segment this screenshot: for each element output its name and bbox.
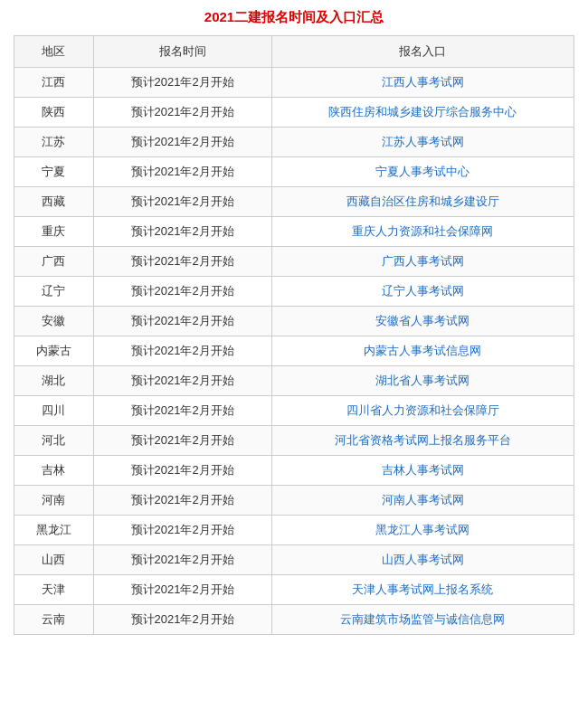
cell-entry[interactable]: 山西人事考试网 [271, 545, 574, 575]
cell-time: 预计2021年2月开始 [93, 157, 271, 187]
entry-link[interactable]: 安徽省人事考试网 [375, 314, 469, 327]
cell-region: 安徽 [14, 307, 94, 336]
cell-time: 预计2021年2月开始 [93, 187, 271, 217]
cell-entry[interactable]: 广西人事考试网 [271, 247, 574, 277]
cell-entry[interactable]: 西藏自治区住房和城乡建设厅 [271, 187, 574, 217]
table-row: 西藏预计2021年2月开始西藏自治区住房和城乡建设厅 [14, 187, 574, 217]
cell-region: 宁夏 [14, 157, 94, 187]
entry-link[interactable]: 黑龙江人事考试网 [375, 523, 469, 536]
cell-time: 预计2021年2月开始 [93, 426, 271, 456]
entry-link[interactable]: 四川省人力资源和社会保障厅 [346, 403, 499, 417]
cell-time: 预计2021年2月开始 [93, 336, 271, 366]
cell-region: 湖北 [14, 366, 94, 396]
cell-region: 河北 [14, 426, 94, 456]
table-row: 重庆预计2021年2月开始重庆人力资源和社会保障网 [14, 217, 574, 247]
cell-time: 预计2021年2月开始 [93, 396, 271, 426]
table-row: 江西预计2021年2月开始江西人事考试网 [14, 68, 574, 98]
cell-entry[interactable]: 云南建筑市场监管与诚信信息网 [271, 605, 574, 635]
col-region: 地区 [14, 36, 94, 68]
table-row: 江苏预计2021年2月开始江苏人事考试网 [14, 128, 574, 157]
cell-region: 内蒙古 [14, 336, 94, 366]
table-row: 山西预计2021年2月开始山西人事考试网 [14, 545, 574, 575]
entry-link[interactable]: 吉林人事考试网 [382, 463, 464, 477]
cell-entry[interactable]: 陕西住房和城乡建设厅综合服务中心 [271, 98, 574, 128]
cell-time: 预计2021年2月开始 [93, 575, 271, 605]
cell-region: 江西 [14, 68, 94, 98]
entry-link[interactable]: 内蒙古人事考试信息网 [364, 344, 481, 357]
cell-time: 预计2021年2月开始 [93, 486, 271, 516]
cell-entry[interactable]: 天津人事考试网上报名系统 [271, 575, 574, 605]
cell-region: 辽宁 [14, 277, 94, 307]
table-row: 辽宁预计2021年2月开始辽宁人事考试网 [14, 277, 574, 307]
main-table: 地区 报名时间 报名入口 江西预计2021年2月开始江西人事考试网陕西预计202… [14, 35, 574, 635]
cell-region: 吉林 [14, 456, 94, 486]
cell-time: 预计2021年2月开始 [93, 307, 271, 336]
cell-region: 江苏 [14, 128, 94, 157]
cell-time: 预计2021年2月开始 [93, 545, 271, 575]
entry-link[interactable]: 陕西住房和城乡建设厅综合服务中心 [328, 105, 517, 118]
page-title: 2021二建报名时间及入口汇总 [14, 9, 574, 26]
cell-time: 预计2021年2月开始 [93, 98, 271, 128]
entry-link[interactable]: 云南建筑市场监管与诚信信息网 [340, 612, 505, 626]
cell-region: 重庆 [14, 217, 94, 247]
entry-link[interactable]: 江西人事考试网 [382, 75, 464, 89]
entry-link[interactable]: 天津人事考试网上报名系统 [352, 582, 493, 596]
cell-region: 广西 [14, 247, 94, 277]
entry-link[interactable]: 河南人事考试网 [382, 493, 464, 506]
col-time: 报名时间 [93, 36, 271, 68]
cell-entry[interactable]: 黑龙江人事考试网 [271, 516, 574, 545]
table-row: 黑龙江预计2021年2月开始黑龙江人事考试网 [14, 516, 574, 545]
cell-region: 黑龙江 [14, 516, 94, 545]
table-row: 湖北预计2021年2月开始湖北省人事考试网 [14, 366, 574, 396]
cell-entry[interactable]: 安徽省人事考试网 [271, 307, 574, 336]
cell-entry[interactable]: 辽宁人事考试网 [271, 277, 574, 307]
cell-time: 预计2021年2月开始 [93, 247, 271, 277]
entry-link[interactable]: 辽宁人事考试网 [382, 284, 464, 298]
entry-link[interactable]: 西藏自治区住房和城乡建设厅 [346, 194, 499, 208]
table-row: 天津预计2021年2月开始天津人事考试网上报名系统 [14, 575, 574, 605]
cell-time: 预计2021年2月开始 [93, 68, 271, 98]
entry-link[interactable]: 宁夏人事考试中心 [375, 165, 469, 178]
table-row: 河南预计2021年2月开始河南人事考试网 [14, 486, 574, 516]
table-row: 广西预计2021年2月开始广西人事考试网 [14, 247, 574, 277]
cell-region: 陕西 [14, 98, 94, 128]
cell-entry[interactable]: 湖北省人事考试网 [271, 366, 574, 396]
table-row: 云南预计2021年2月开始云南建筑市场监管与诚信信息网 [14, 605, 574, 635]
cell-time: 预计2021年2月开始 [93, 366, 271, 396]
cell-entry[interactable]: 吉林人事考试网 [271, 456, 574, 486]
cell-region: 云南 [14, 605, 94, 635]
cell-region: 天津 [14, 575, 94, 605]
entry-link[interactable]: 重庆人力资源和社会保障网 [352, 224, 493, 238]
cell-entry[interactable]: 河北省资格考试网上报名服务平台 [271, 426, 574, 456]
cell-entry[interactable]: 江苏人事考试网 [271, 128, 574, 157]
cell-time: 预计2021年2月开始 [93, 128, 271, 157]
cell-region: 西藏 [14, 187, 94, 217]
entry-link[interactable]: 河北省资格考试网上报名服务平台 [335, 433, 511, 447]
table-row: 河北预计2021年2月开始河北省资格考试网上报名服务平台 [14, 426, 574, 456]
table-row: 安徽预计2021年2月开始安徽省人事考试网 [14, 307, 574, 336]
cell-time: 预计2021年2月开始 [93, 217, 271, 247]
table-row: 内蒙古预计2021年2月开始内蒙古人事考试信息网 [14, 336, 574, 366]
entry-link[interactable]: 广西人事考试网 [382, 254, 464, 268]
table-row: 宁夏预计2021年2月开始宁夏人事考试中心 [14, 157, 574, 187]
table-row: 陕西预计2021年2月开始陕西住房和城乡建设厅综合服务中心 [14, 98, 574, 128]
cell-time: 预计2021年2月开始 [93, 516, 271, 545]
entry-link[interactable]: 山西人事考试网 [382, 553, 464, 566]
cell-entry[interactable]: 四川省人力资源和社会保障厅 [271, 396, 574, 426]
table-header: 地区 报名时间 报名入口 [14, 36, 574, 68]
entry-link[interactable]: 江苏人事考试网 [382, 135, 464, 148]
entry-link[interactable]: 湖北省人事考试网 [375, 374, 469, 387]
cell-region: 河南 [14, 486, 94, 516]
cell-entry[interactable]: 重庆人力资源和社会保障网 [271, 217, 574, 247]
cell-region: 四川 [14, 396, 94, 426]
cell-entry[interactable]: 宁夏人事考试中心 [271, 157, 574, 187]
table-row: 吉林预计2021年2月开始吉林人事考试网 [14, 456, 574, 486]
cell-entry[interactable]: 江西人事考试网 [271, 68, 574, 98]
col-entry: 报名入口 [271, 36, 574, 68]
cell-entry[interactable]: 河南人事考试网 [271, 486, 574, 516]
cell-entry[interactable]: 内蒙古人事考试信息网 [271, 336, 574, 366]
cell-time: 预计2021年2月开始 [93, 605, 271, 635]
cell-time: 预计2021年2月开始 [93, 456, 271, 486]
cell-region: 山西 [14, 545, 94, 575]
cell-time: 预计2021年2月开始 [93, 277, 271, 307]
